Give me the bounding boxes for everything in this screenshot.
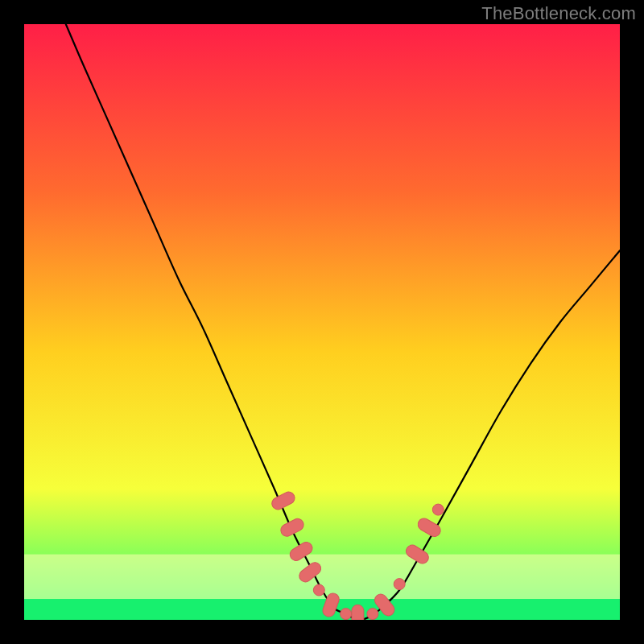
chart-frame: TheBottleneck.com [0, 0, 644, 644]
plot-area [24, 24, 620, 620]
curve-marker [313, 584, 324, 596]
chart-svg [24, 24, 620, 620]
gradient-background [24, 24, 620, 620]
baseline-strip [24, 599, 620, 620]
curve-marker [367, 609, 378, 620]
watermark-text: TheBottleneck.com [481, 3, 636, 24]
curve-marker [432, 504, 444, 515]
curve-marker [352, 605, 364, 620]
curve-marker [394, 579, 405, 590]
curve-marker [341, 609, 352, 620]
